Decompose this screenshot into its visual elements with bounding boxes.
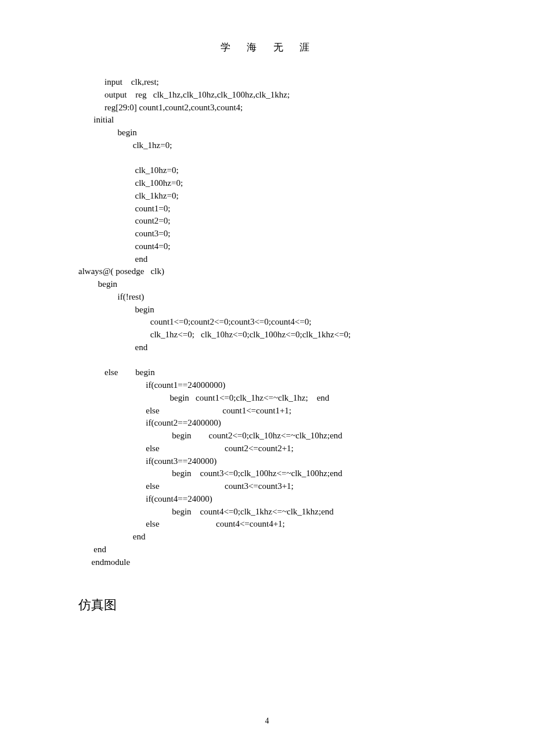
section-heading: 仿真图 <box>78 596 459 614</box>
document-page: 学 海 无 涯 input clk,rest; output reg clk_1… <box>0 0 534 637</box>
code-block: input clk,rest; output reg clk_1hz,clk_1… <box>78 76 459 568</box>
page-number: 4 <box>0 717 534 726</box>
page-header: 学 海 无 涯 <box>78 41 459 54</box>
